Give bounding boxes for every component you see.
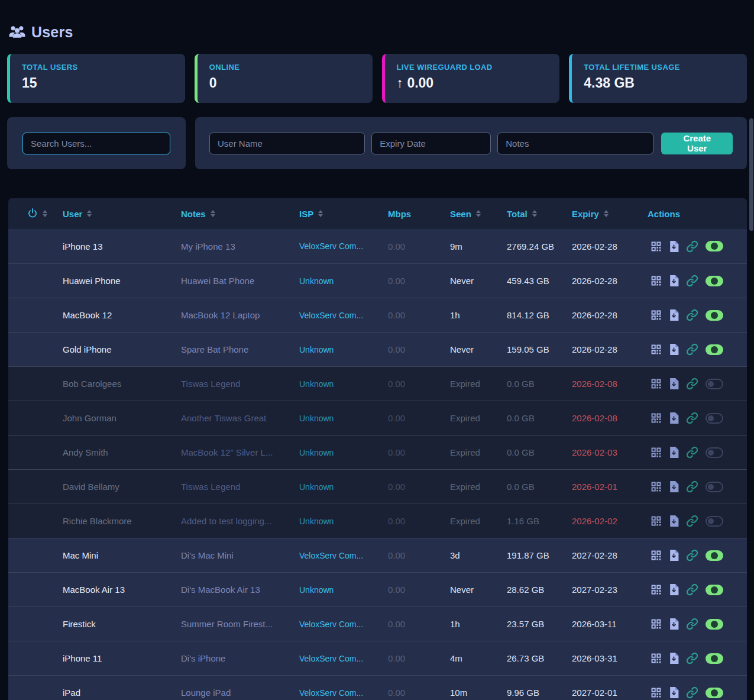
qr-code-icon[interactable]: [651, 584, 662, 595]
user-expiry-date: 2026-02-28: [564, 344, 639, 354]
enabled-toggle[interactable]: [706, 379, 723, 389]
qr-code-icon[interactable]: [651, 447, 662, 458]
download-config-icon[interactable]: [669, 618, 679, 630]
column-header-seen[interactable]: Seen: [442, 209, 499, 219]
qr-code-icon[interactable]: [651, 618, 662, 630]
user-mbps: 0.00: [380, 241, 442, 251]
user-expiry-date: 2026-02-03: [564, 447, 639, 457]
enabled-toggle[interactable]: [706, 447, 723, 458]
link-icon[interactable]: [686, 343, 698, 356]
expiry-date-field[interactable]: [371, 133, 491, 154]
enabled-toggle[interactable]: [706, 482, 723, 492]
row-actions: [639, 378, 747, 390]
user-notes: MacBook 12 Laptop: [173, 310, 291, 320]
download-config-icon[interactable]: [669, 584, 679, 595]
download-config-icon[interactable]: [669, 550, 679, 561]
user-isp: Unknown: [291, 585, 380, 595]
enabled-toggle[interactable]: [706, 276, 723, 286]
user-isp: Unknown: [291, 379, 380, 389]
user-isp: VeloxServ Com...: [291, 311, 380, 320]
column-header-actions: Actions: [639, 209, 747, 219]
enabled-toggle[interactable]: [706, 619, 723, 630]
link-icon[interactable]: [686, 549, 698, 562]
row-actions: [639, 686, 747, 699]
search-input[interactable]: [22, 133, 170, 154]
enabled-toggle[interactable]: [706, 653, 723, 664]
enabled-toggle[interactable]: [706, 344, 723, 355]
link-icon[interactable]: [686, 652, 698, 664]
table-row: Huawei Phone Huawei Bat Phone Unknown 0.…: [8, 263, 747, 298]
user-expiry-date: 2027-02-28: [564, 550, 639, 560]
user-name: MacBook 12: [54, 310, 173, 320]
stat-card-wireguard-load: LIVE WIREGUARD LOAD ↑ 0.00: [382, 54, 560, 103]
user-isp: VeloxServ Com...: [291, 241, 380, 251]
download-config-icon[interactable]: [669, 309, 679, 321]
column-header-status[interactable]: [8, 208, 54, 220]
column-header-total[interactable]: Total: [499, 209, 564, 219]
download-config-icon[interactable]: [669, 653, 679, 664]
download-config-icon[interactable]: [669, 275, 679, 286]
user-total-usage: 28.62 GB: [499, 585, 564, 595]
user-last-seen: Expired: [442, 447, 499, 457]
column-label: Notes: [181, 209, 206, 219]
qr-code-icon[interactable]: [651, 653, 662, 664]
link-icon[interactable]: [686, 583, 698, 596]
stat-label: ONLINE: [209, 63, 361, 72]
user-mbps: 0.00: [380, 344, 442, 354]
notes-field[interactable]: [497, 133, 653, 154]
enabled-toggle[interactable]: [706, 516, 723, 527]
user-last-seen: Expired: [442, 379, 499, 389]
enabled-toggle[interactable]: [706, 413, 723, 424]
download-config-icon[interactable]: [669, 481, 679, 492]
qr-code-icon[interactable]: [651, 481, 662, 492]
column-header-isp[interactable]: ISP: [291, 209, 380, 219]
create-user-button[interactable]: Create User: [661, 133, 733, 154]
column-header-notes[interactable]: Notes: [173, 209, 291, 219]
table-row: Bob Carolgees Tiswas Legend Unknown 0.00…: [8, 366, 747, 401]
link-icon[interactable]: [686, 686, 698, 699]
qr-code-icon[interactable]: [651, 309, 662, 321]
user-name: Gold iPhone: [54, 344, 173, 354]
download-config-icon[interactable]: [669, 344, 679, 355]
username-field[interactable]: [209, 133, 365, 154]
download-config-icon[interactable]: [669, 412, 679, 424]
link-icon[interactable]: [686, 378, 698, 390]
qr-code-icon[interactable]: [651, 412, 662, 424]
download-config-icon[interactable]: [669, 687, 679, 698]
user-name: MacBook Air 13: [54, 585, 173, 595]
link-icon[interactable]: [686, 618, 698, 630]
enabled-toggle[interactable]: [706, 688, 723, 698]
link-icon[interactable]: [686, 240, 698, 253]
qr-code-icon[interactable]: [651, 275, 662, 286]
enabled-toggle[interactable]: [706, 550, 723, 561]
toggle-knob: [711, 243, 718, 250]
column-header-expiry[interactable]: Expiry: [564, 209, 639, 219]
qr-code-icon[interactable]: [651, 550, 662, 561]
table-row: Mac Mini Di's Mac Mini VeloxServ Com... …: [8, 538, 747, 572]
qr-code-icon[interactable]: [651, 687, 662, 698]
download-config-icon[interactable]: [669, 241, 679, 252]
scrollbar-thumb[interactable]: [749, 118, 753, 231]
user-last-seen: 3d: [442, 550, 499, 560]
column-header-user[interactable]: User: [54, 209, 173, 219]
enabled-toggle[interactable]: [706, 310, 723, 321]
link-icon[interactable]: [686, 515, 698, 527]
download-config-icon[interactable]: [669, 378, 679, 389]
link-icon[interactable]: [686, 275, 698, 287]
link-icon[interactable]: [686, 446, 698, 459]
sort-arrows: [604, 210, 609, 217]
link-icon[interactable]: [686, 480, 698, 493]
qr-code-icon[interactable]: [651, 344, 662, 355]
qr-code-icon[interactable]: [651, 241, 662, 252]
qr-code-icon[interactable]: [651, 515, 662, 527]
user-name: David Bellamy: [54, 482, 173, 492]
download-config-icon[interactable]: [669, 447, 679, 458]
enabled-toggle[interactable]: [706, 241, 723, 251]
row-actions: [639, 343, 747, 356]
download-config-icon[interactable]: [669, 515, 679, 527]
link-icon[interactable]: [686, 412, 698, 424]
qr-code-icon[interactable]: [651, 378, 662, 389]
enabled-toggle[interactable]: [706, 585, 723, 595]
link-icon[interactable]: [686, 309, 698, 321]
user-total-usage: 23.57 GB: [499, 619, 564, 629]
